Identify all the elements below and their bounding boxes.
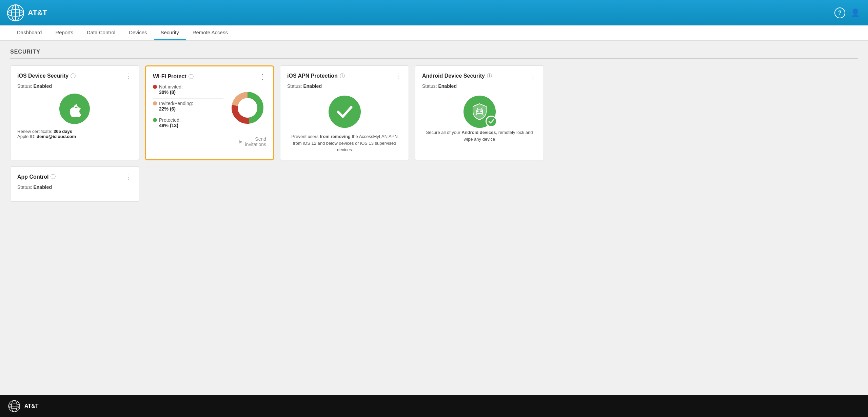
protected-value: 48% (13) (159, 123, 223, 128)
cards-row-2: App Control ⓘ ⋮ Status: Enabled (10, 166, 858, 202)
header: AT&T ? 👤 (0, 0, 868, 25)
footer-att-globe-icon (8, 400, 20, 412)
android-info-icon[interactable]: ⓘ (487, 73, 492, 79)
svg-point-8 (238, 98, 257, 117)
header-icons: ? 👤 (834, 7, 861, 19)
android-device-security-card: Android Device Security ⓘ ⋮ Status: Enab… (415, 65, 544, 160)
app-control-title-row: App Control ⓘ (17, 174, 56, 180)
ios-cert-label: Renew certificate: (17, 129, 52, 134)
user-button[interactable]: 👤 (849, 7, 861, 19)
apn-status-value: Enabled (303, 83, 321, 89)
help-button[interactable]: ? (834, 7, 845, 18)
dot-protected (153, 118, 157, 122)
send-invitations-button[interactable]: ► Sendinvitations (238, 136, 266, 147)
svg-point-9 (477, 111, 478, 112)
wifi-card-title: Wi-Fi Protect (153, 74, 186, 80)
app-control-status-label: Status: (17, 184, 32, 190)
ios-green-circle (59, 94, 90, 124)
android-desc: Secure all of your Android devices, remo… (422, 129, 537, 142)
ios-title-row: iOS Device Security ⓘ (17, 73, 76, 79)
app-control-more-icon[interactable]: ⋮ (125, 174, 132, 180)
ios-card-title: iOS Device Security (17, 73, 68, 79)
ios-apn-protection-card: iOS APN Protection ⓘ ⋮ Status: Enabled P… (280, 65, 409, 160)
legend-protected-label: Protected: (153, 117, 223, 123)
ios-appleid-label: Apple ID: (17, 134, 35, 139)
apn-status-row: Status: Enabled (287, 83, 402, 89)
app-control-status-row: Status: Enabled (17, 184, 132, 190)
android-status-label: Status: (422, 83, 437, 89)
checkmark-icon (335, 102, 354, 121)
wifi-card-header: Wi-Fi Protect ⓘ ⋮ (153, 73, 266, 80)
ios-device-security-card: iOS Device Security ⓘ ⋮ Status: Enabled … (10, 65, 139, 160)
wifi-legend: Not invited: 30% (8) Invited/Pending: 22… (153, 84, 223, 132)
android-checkmark-icon (488, 118, 494, 124)
app-control-card: App Control ⓘ ⋮ Status: Enabled (10, 166, 139, 202)
ios-info-icon[interactable]: ⓘ (71, 73, 76, 79)
brand-logo: AT&T (7, 4, 61, 22)
footer: AT&T (0, 395, 868, 417)
donut-chart (229, 89, 266, 126)
send-label: Sendinvitations (245, 136, 266, 147)
apn-info-icon[interactable]: ⓘ (340, 73, 345, 79)
legend-not-invited-label: Not invited: (153, 84, 223, 90)
apn-desc-bold: from removing (320, 134, 351, 139)
dot-not-invited (153, 85, 157, 89)
not-invited-text: Not invited: (159, 84, 183, 90)
legend-invited: Invited/Pending: 22% (6) (153, 101, 223, 112)
cards-row-1: iOS Device Security ⓘ ⋮ Status: Enabled … (10, 65, 858, 160)
android-more-icon[interactable]: ⋮ (530, 73, 537, 79)
att-globe-icon (7, 4, 24, 22)
android-check-overlay (486, 116, 497, 127)
app-control-title: App Control (17, 174, 48, 180)
android-desc-bold: Android devices (461, 130, 496, 135)
android-circle-container (463, 94, 496, 126)
nav-devices[interactable]: Devices (122, 25, 154, 40)
nav-remote-access[interactable]: Remote Access (186, 25, 235, 40)
android-card-header: Android Device Security ⓘ ⋮ (422, 73, 537, 79)
nav-reports[interactable]: Reports (48, 25, 80, 40)
dot-invited (153, 101, 157, 105)
ios-status-row: Status: Enabled (17, 83, 132, 89)
ios-status-value: Enabled (33, 83, 52, 89)
android-status-value: Enabled (438, 83, 456, 89)
wifi-more-icon[interactable]: ⋮ (259, 73, 266, 80)
nav-dashboard[interactable]: Dashboard (10, 25, 48, 40)
page-content: SECURITY iOS Device Security ⓘ ⋮ Status:… (0, 41, 868, 395)
apple-icon (66, 101, 83, 117)
ios-status-label: Status: (17, 83, 32, 89)
wifi-info-icon[interactable]: ⓘ (189, 74, 194, 80)
invited-text: Invited/Pending: (159, 101, 193, 106)
app-control-info-icon[interactable]: ⓘ (51, 174, 56, 180)
ios-cert-value: 365 days (54, 129, 72, 134)
wifi-title-row: Wi-Fi Protect ⓘ (153, 74, 194, 80)
brand-name: AT&T (28, 8, 47, 17)
invited-value: 22% (6) (159, 106, 223, 112)
ios-icon-container (17, 94, 132, 124)
ios-card-header: iOS Device Security ⓘ ⋮ (17, 73, 132, 79)
android-status-row: Status: Enabled (422, 83, 537, 89)
legend-div-1 (153, 98, 223, 99)
protected-text: Protected: (159, 117, 181, 123)
svg-point-10 (480, 111, 482, 112)
apn-icon-container (287, 94, 402, 130)
ios-footer-text: Renew certificate: 365 days Apple ID: de… (17, 129, 132, 139)
ios-more-icon[interactable]: ⋮ (125, 73, 132, 79)
footer-brand-name: AT&T (24, 403, 38, 409)
app-control-header: App Control ⓘ ⋮ (17, 174, 132, 180)
apn-title-row: iOS APN Protection ⓘ (287, 73, 345, 79)
legend-div-2 (153, 115, 223, 115)
android-title-row: Android Device Security ⓘ (422, 73, 492, 79)
page-title: SECURITY (10, 49, 858, 59)
nav-bar: Dashboard Reports Data Control Devices S… (0, 25, 868, 41)
app-control-status-value: Enabled (33, 184, 52, 190)
apn-card-title: iOS APN Protection (287, 73, 338, 79)
apn-status-label: Status: (287, 83, 302, 89)
apn-more-icon[interactable]: ⋮ (395, 73, 402, 79)
nav-data-control[interactable]: Data Control (80, 25, 122, 40)
nav-security[interactable]: Security (154, 25, 186, 40)
legend-not-invited: Not invited: 30% (8) (153, 84, 223, 95)
ios-appleid-value: demo@icloud.com (37, 134, 76, 139)
apn-card-header: iOS APN Protection ⓘ ⋮ (287, 73, 402, 79)
legend-protected: Protected: 48% (13) (153, 117, 223, 128)
legend-invited-label: Invited/Pending: (153, 101, 223, 106)
